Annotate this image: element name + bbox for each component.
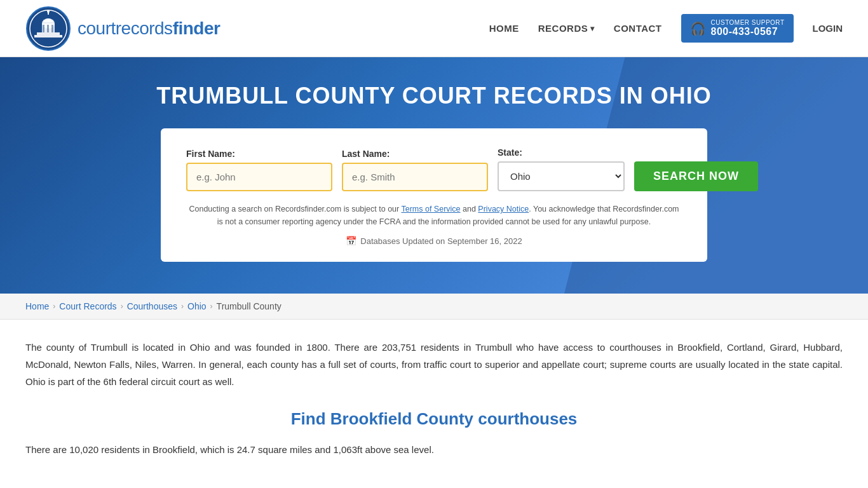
search-fields: First Name: Last Name: State: Ohio Alaba… — [186, 147, 682, 191]
svg-rect-5 — [34, 35, 62, 37]
breadcrumb-sep-3: › — [181, 302, 184, 311]
breadcrumb-sep-2: › — [121, 302, 123, 311]
logo-icon — [25, 6, 71, 51]
breadcrumb-courthouses[interactable]: Courthouses — [127, 301, 177, 311]
svg-rect-10 — [55, 25, 57, 32]
headphone-icon: 🎧 — [690, 21, 706, 36]
nav-home[interactable]: HOME — [489, 23, 519, 34]
nav-contact[interactable]: CONTACT — [614, 23, 662, 34]
svg-rect-7 — [43, 25, 44, 32]
svg-rect-8 — [47, 25, 49, 32]
first-name-label: First Name: — [186, 149, 332, 159]
search-box: First Name: Last Name: State: Ohio Alaba… — [161, 128, 707, 262]
chevron-down-icon: ▾ — [590, 24, 595, 33]
search-button[interactable]: SEARCH NOW — [634, 161, 758, 191]
main-nav: HOME RECORDS ▾ CONTACT 🎧 CUSTOMER SUPPOR… — [489, 14, 843, 43]
disclaimer-text: Conducting a search on Recordsfinder.com… — [186, 203, 682, 228]
intro-paragraph: The county of Trumbull is located in Ohi… — [25, 339, 843, 390]
main-content: The county of Trumbull is located in Ohi… — [0, 320, 868, 471]
breadcrumb-sep-4: › — [210, 302, 213, 311]
last-name-label: Last Name: — [342, 149, 488, 159]
page-title: TRUMBULL COUNTY COURT RECORDS IN OHIO — [13, 83, 855, 109]
first-name-input[interactable] — [186, 163, 332, 191]
db-update: 📅 Databases Updated on September 16, 202… — [186, 236, 682, 246]
logo-text: courtrecordsfinder — [78, 18, 220, 39]
last-name-group: Last Name: — [342, 149, 488, 191]
state-select[interactable]: Ohio AlabamaAlaskaArizonaArkansas Califo… — [498, 161, 625, 191]
svg-rect-6 — [39, 25, 41, 32]
breadcrumb: Home › Court Records › Courthouses › Ohi… — [0, 294, 868, 320]
first-name-group: First Name: — [186, 149, 332, 191]
login-button[interactable]: LOGIN — [813, 23, 843, 34]
breadcrumb-ohio[interactable]: Ohio — [187, 301, 207, 311]
support-label: CUSTOMER SUPPORT — [711, 19, 785, 26]
terms-link[interactable]: Terms of Service — [401, 205, 460, 214]
support-phone: 800-433-0567 — [711, 26, 785, 37]
svg-rect-4 — [37, 32, 60, 35]
svg-rect-9 — [51, 25, 53, 32]
breadcrumb-current: Trumbull County — [217, 301, 281, 311]
section-heading: Find Brookfield County courthouses — [25, 409, 843, 429]
breadcrumb-sep-1: › — [53, 302, 55, 311]
hero-section: TRUMBULL COUNTY COURT RECORDS IN OHIO Fi… — [0, 57, 868, 294]
nav-records[interactable]: RECORDS ▾ — [538, 23, 595, 34]
state-label: State: — [498, 147, 625, 158]
privacy-link[interactable]: Privacy Notice — [478, 205, 529, 214]
section-description: There are 10,020 residents in Brookfield… — [25, 442, 843, 458]
customer-support-box[interactable]: 🎧 CUSTOMER SUPPORT 800-433-0567 — [681, 14, 794, 43]
calendar-icon: 📅 — [346, 236, 356, 246]
breadcrumb-court-records[interactable]: Court Records — [59, 301, 116, 311]
site-header: courtrecordsfinder HOME RECORDS ▾ CONTAC… — [0, 0, 868, 57]
svg-point-12 — [47, 10, 50, 13]
logo[interactable]: courtrecordsfinder — [25, 6, 220, 51]
breadcrumb-home[interactable]: Home — [25, 301, 49, 311]
last-name-input[interactable] — [342, 163, 488, 191]
state-group: State: Ohio AlabamaAlaskaArizonaArkansas… — [498, 147, 625, 191]
